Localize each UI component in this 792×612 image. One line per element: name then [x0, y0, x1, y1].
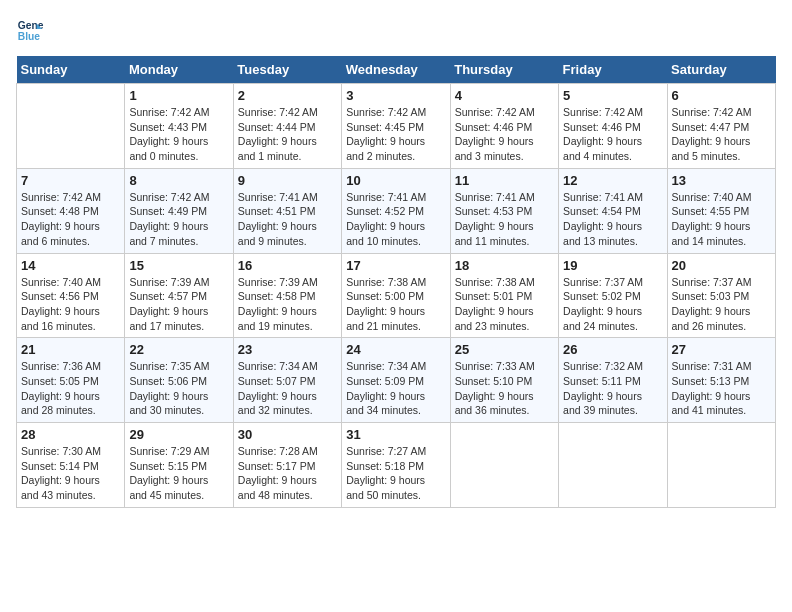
week-row-5: 28Sunrise: 7:30 AMSunset: 5:14 PMDayligh… [17, 423, 776, 508]
day-cell: 22Sunrise: 7:35 AMSunset: 5:06 PMDayligh… [125, 338, 233, 423]
day-number: 19 [563, 258, 662, 273]
day-info: Sunrise: 7:41 AMSunset: 4:53 PMDaylight:… [455, 190, 554, 249]
weekday-tuesday: Tuesday [233, 56, 341, 84]
day-cell: 6Sunrise: 7:42 AMSunset: 4:47 PMDaylight… [667, 84, 775, 169]
day-info: Sunrise: 7:41 AMSunset: 4:52 PMDaylight:… [346, 190, 445, 249]
day-info: Sunrise: 7:34 AMSunset: 5:09 PMDaylight:… [346, 359, 445, 418]
day-cell: 10Sunrise: 7:41 AMSunset: 4:52 PMDayligh… [342, 168, 450, 253]
day-info: Sunrise: 7:39 AMSunset: 4:57 PMDaylight:… [129, 275, 228, 334]
day-cell: 13Sunrise: 7:40 AMSunset: 4:55 PMDayligh… [667, 168, 775, 253]
day-cell: 3Sunrise: 7:42 AMSunset: 4:45 PMDaylight… [342, 84, 450, 169]
day-number: 30 [238, 427, 337, 442]
day-number: 24 [346, 342, 445, 357]
day-info: Sunrise: 7:42 AMSunset: 4:46 PMDaylight:… [455, 105, 554, 164]
day-cell: 31Sunrise: 7:27 AMSunset: 5:18 PMDayligh… [342, 423, 450, 508]
day-number: 27 [672, 342, 771, 357]
day-info: Sunrise: 7:37 AMSunset: 5:02 PMDaylight:… [563, 275, 662, 334]
day-number: 8 [129, 173, 228, 188]
logo: General Blue [16, 16, 44, 44]
svg-text:Blue: Blue [18, 31, 41, 42]
day-info: Sunrise: 7:41 AMSunset: 4:54 PMDaylight:… [563, 190, 662, 249]
day-info: Sunrise: 7:34 AMSunset: 5:07 PMDaylight:… [238, 359, 337, 418]
day-number: 14 [21, 258, 120, 273]
day-cell: 12Sunrise: 7:41 AMSunset: 4:54 PMDayligh… [559, 168, 667, 253]
day-info: Sunrise: 7:32 AMSunset: 5:11 PMDaylight:… [563, 359, 662, 418]
day-info: Sunrise: 7:27 AMSunset: 5:18 PMDaylight:… [346, 444, 445, 503]
day-info: Sunrise: 7:40 AMSunset: 4:55 PMDaylight:… [672, 190, 771, 249]
calendar-table: SundayMondayTuesdayWednesdayThursdayFrid… [16, 56, 776, 508]
day-cell: 1Sunrise: 7:42 AMSunset: 4:43 PMDaylight… [125, 84, 233, 169]
day-number: 17 [346, 258, 445, 273]
day-number: 22 [129, 342, 228, 357]
day-cell [17, 84, 125, 169]
day-cell: 9Sunrise: 7:41 AMSunset: 4:51 PMDaylight… [233, 168, 341, 253]
day-info: Sunrise: 7:41 AMSunset: 4:51 PMDaylight:… [238, 190, 337, 249]
day-number: 4 [455, 88, 554, 103]
day-info: Sunrise: 7:37 AMSunset: 5:03 PMDaylight:… [672, 275, 771, 334]
day-number: 2 [238, 88, 337, 103]
day-info: Sunrise: 7:38 AMSunset: 5:01 PMDaylight:… [455, 275, 554, 334]
day-number: 26 [563, 342, 662, 357]
day-cell: 26Sunrise: 7:32 AMSunset: 5:11 PMDayligh… [559, 338, 667, 423]
day-number: 29 [129, 427, 228, 442]
day-cell: 4Sunrise: 7:42 AMSunset: 4:46 PMDaylight… [450, 84, 558, 169]
day-number: 12 [563, 173, 662, 188]
day-cell: 17Sunrise: 7:38 AMSunset: 5:00 PMDayligh… [342, 253, 450, 338]
day-cell: 25Sunrise: 7:33 AMSunset: 5:10 PMDayligh… [450, 338, 558, 423]
day-cell: 7Sunrise: 7:42 AMSunset: 4:48 PMDaylight… [17, 168, 125, 253]
day-number: 5 [563, 88, 662, 103]
calendar-body: 1Sunrise: 7:42 AMSunset: 4:43 PMDaylight… [17, 84, 776, 508]
day-info: Sunrise: 7:38 AMSunset: 5:00 PMDaylight:… [346, 275, 445, 334]
weekday-saturday: Saturday [667, 56, 775, 84]
week-row-1: 1Sunrise: 7:42 AMSunset: 4:43 PMDaylight… [17, 84, 776, 169]
day-number: 6 [672, 88, 771, 103]
svg-text:General: General [18, 20, 44, 31]
day-number: 16 [238, 258, 337, 273]
day-number: 11 [455, 173, 554, 188]
day-info: Sunrise: 7:33 AMSunset: 5:10 PMDaylight:… [455, 359, 554, 418]
weekday-sunday: Sunday [17, 56, 125, 84]
day-number: 7 [21, 173, 120, 188]
day-cell [667, 423, 775, 508]
day-cell: 14Sunrise: 7:40 AMSunset: 4:56 PMDayligh… [17, 253, 125, 338]
day-info: Sunrise: 7:42 AMSunset: 4:46 PMDaylight:… [563, 105, 662, 164]
weekday-thursday: Thursday [450, 56, 558, 84]
day-info: Sunrise: 7:42 AMSunset: 4:43 PMDaylight:… [129, 105, 228, 164]
week-row-2: 7Sunrise: 7:42 AMSunset: 4:48 PMDaylight… [17, 168, 776, 253]
day-info: Sunrise: 7:35 AMSunset: 5:06 PMDaylight:… [129, 359, 228, 418]
day-cell: 30Sunrise: 7:28 AMSunset: 5:17 PMDayligh… [233, 423, 341, 508]
day-info: Sunrise: 7:31 AMSunset: 5:13 PMDaylight:… [672, 359, 771, 418]
day-cell [559, 423, 667, 508]
day-cell [450, 423, 558, 508]
day-cell: 23Sunrise: 7:34 AMSunset: 5:07 PMDayligh… [233, 338, 341, 423]
day-cell: 11Sunrise: 7:41 AMSunset: 4:53 PMDayligh… [450, 168, 558, 253]
day-info: Sunrise: 7:30 AMSunset: 5:14 PMDaylight:… [21, 444, 120, 503]
day-cell: 19Sunrise: 7:37 AMSunset: 5:02 PMDayligh… [559, 253, 667, 338]
day-cell: 18Sunrise: 7:38 AMSunset: 5:01 PMDayligh… [450, 253, 558, 338]
day-cell: 29Sunrise: 7:29 AMSunset: 5:15 PMDayligh… [125, 423, 233, 508]
day-info: Sunrise: 7:36 AMSunset: 5:05 PMDaylight:… [21, 359, 120, 418]
day-number: 18 [455, 258, 554, 273]
day-info: Sunrise: 7:42 AMSunset: 4:48 PMDaylight:… [21, 190, 120, 249]
day-number: 23 [238, 342, 337, 357]
day-number: 13 [672, 173, 771, 188]
day-number: 15 [129, 258, 228, 273]
day-cell: 8Sunrise: 7:42 AMSunset: 4:49 PMDaylight… [125, 168, 233, 253]
week-row-3: 14Sunrise: 7:40 AMSunset: 4:56 PMDayligh… [17, 253, 776, 338]
day-info: Sunrise: 7:39 AMSunset: 4:58 PMDaylight:… [238, 275, 337, 334]
day-cell: 15Sunrise: 7:39 AMSunset: 4:57 PMDayligh… [125, 253, 233, 338]
day-cell: 2Sunrise: 7:42 AMSunset: 4:44 PMDaylight… [233, 84, 341, 169]
weekday-wednesday: Wednesday [342, 56, 450, 84]
day-number: 1 [129, 88, 228, 103]
day-number: 28 [21, 427, 120, 442]
day-number: 25 [455, 342, 554, 357]
day-info: Sunrise: 7:28 AMSunset: 5:17 PMDaylight:… [238, 444, 337, 503]
day-number: 20 [672, 258, 771, 273]
weekday-header-row: SundayMondayTuesdayWednesdayThursdayFrid… [17, 56, 776, 84]
day-info: Sunrise: 7:40 AMSunset: 4:56 PMDaylight:… [21, 275, 120, 334]
day-info: Sunrise: 7:42 AMSunset: 4:49 PMDaylight:… [129, 190, 228, 249]
day-info: Sunrise: 7:29 AMSunset: 5:15 PMDaylight:… [129, 444, 228, 503]
weekday-monday: Monday [125, 56, 233, 84]
day-cell: 20Sunrise: 7:37 AMSunset: 5:03 PMDayligh… [667, 253, 775, 338]
day-info: Sunrise: 7:42 AMSunset: 4:44 PMDaylight:… [238, 105, 337, 164]
